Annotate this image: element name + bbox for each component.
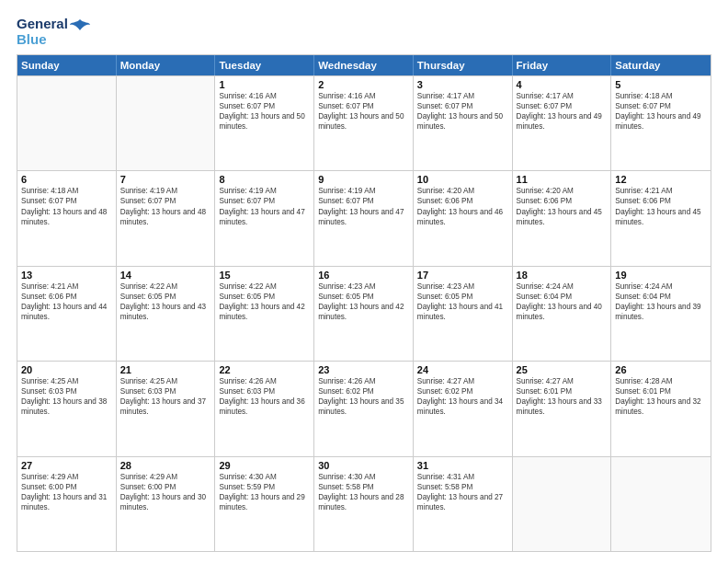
day-number: 1 <box>219 79 310 90</box>
header: GeneralBlue <box>17 17 711 47</box>
sunset-text: Sunset: 6:02 PM <box>417 386 508 396</box>
sunrise-text: Sunrise: 4:24 AM <box>517 282 608 292</box>
day-number: 15 <box>219 270 310 281</box>
sunset-text: Sunset: 6:00 PM <box>21 482 112 492</box>
day-number: 9 <box>318 174 409 185</box>
daylight-text: Daylight: 13 hours and 39 minutes. <box>615 302 707 322</box>
sunset-text: Sunset: 6:05 PM <box>120 292 211 302</box>
calendar-cell: 19Sunrise: 4:24 AMSunset: 6:04 PMDayligh… <box>611 267 711 361</box>
sunrise-text: Sunrise: 4:20 AM <box>517 186 608 196</box>
sunrise-text: Sunrise: 4:30 AM <box>219 472 310 482</box>
calendar-body: 1Sunrise: 4:16 AMSunset: 6:07 PMDaylight… <box>17 75 711 551</box>
sunrise-text: Sunrise: 4:19 AM <box>120 186 211 196</box>
daylight-text: Daylight: 13 hours and 30 minutes. <box>120 492 211 512</box>
daylight-text: Daylight: 13 hours and 38 minutes. <box>21 396 112 417</box>
sunrise-text: Sunrise: 4:26 AM <box>318 376 409 386</box>
daylight-text: Daylight: 13 hours and 48 minutes. <box>21 207 112 227</box>
day-number: 13 <box>21 270 112 281</box>
day-number: 21 <box>120 364 211 375</box>
daylight-text: Daylight: 13 hours and 31 minutes. <box>21 492 112 512</box>
day-number: 25 <box>517 364 608 375</box>
sunset-text: Sunset: 6:06 PM <box>21 292 112 302</box>
calendar-cell: 18Sunrise: 4:24 AMSunset: 6:04 PMDayligh… <box>513 267 612 361</box>
logo: GeneralBlue <box>17 17 90 47</box>
calendar-cell <box>513 457 612 551</box>
sunrise-text: Sunrise: 4:23 AM <box>318 282 409 292</box>
sunset-text: Sunset: 6:02 PM <box>318 386 409 396</box>
sunrise-text: Sunrise: 4:16 AM <box>219 91 310 101</box>
calendar-row: 6Sunrise: 4:18 AMSunset: 6:07 PMDaylight… <box>17 170 711 265</box>
logo-text: GeneralBlue <box>17 17 90 47</box>
daylight-text: Daylight: 13 hours and 43 minutes. <box>120 302 211 322</box>
sunrise-text: Sunrise: 4:31 AM <box>417 472 508 482</box>
calendar-cell: 23Sunrise: 4:26 AMSunset: 6:02 PMDayligh… <box>314 362 414 455</box>
sunrise-text: Sunrise: 4:27 AM <box>517 376 608 386</box>
day-number: 8 <box>219 174 310 185</box>
daylight-text: Daylight: 13 hours and 33 minutes. <box>517 396 608 417</box>
daylight-text: Daylight: 13 hours and 47 minutes. <box>318 207 409 227</box>
calendar: SundayMondayTuesdayWednesdayThursdayFrid… <box>17 54 711 552</box>
sunset-text: Sunset: 5:58 PM <box>417 482 508 492</box>
calendar-row: 13Sunrise: 4:21 AMSunset: 6:06 PMDayligh… <box>17 266 711 361</box>
calendar-cell: 11Sunrise: 4:20 AMSunset: 6:06 PMDayligh… <box>513 171 612 265</box>
weekday-header: Tuesday <box>215 55 314 75</box>
calendar-cell: 8Sunrise: 4:19 AMSunset: 6:07 PMDaylight… <box>215 171 314 265</box>
sunset-text: Sunset: 6:07 PM <box>219 101 310 111</box>
sunset-text: Sunset: 5:58 PM <box>318 482 409 492</box>
sunset-text: Sunset: 6:04 PM <box>615 292 707 302</box>
sunset-text: Sunset: 5:59 PM <box>219 482 310 492</box>
sunset-text: Sunset: 6:01 PM <box>615 386 707 396</box>
daylight-text: Daylight: 13 hours and 32 minutes. <box>615 396 707 417</box>
sunrise-text: Sunrise: 4:20 AM <box>417 186 508 196</box>
calendar-cell: 5Sunrise: 4:18 AMSunset: 6:07 PMDaylight… <box>611 76 711 170</box>
sunset-text: Sunset: 6:07 PM <box>615 101 707 111</box>
sunrise-text: Sunrise: 4:18 AM <box>21 186 112 196</box>
sunrise-text: Sunrise: 4:17 AM <box>517 91 608 101</box>
day-number: 23 <box>318 364 409 375</box>
day-number: 5 <box>615 79 707 90</box>
sunset-text: Sunset: 6:06 PM <box>517 196 608 206</box>
sunrise-text: Sunrise: 4:19 AM <box>318 186 409 196</box>
sunrise-text: Sunrise: 4:29 AM <box>120 472 211 482</box>
day-number: 7 <box>120 174 211 185</box>
calendar-cell: 21Sunrise: 4:25 AMSunset: 6:03 PMDayligh… <box>117 362 216 455</box>
daylight-text: Daylight: 13 hours and 29 minutes. <box>219 492 310 512</box>
day-number: 3 <box>417 79 508 90</box>
daylight-text: Daylight: 13 hours and 47 minutes. <box>219 207 310 227</box>
weekday-header: Monday <box>117 55 216 75</box>
calendar-cell: 31Sunrise: 4:31 AMSunset: 5:58 PMDayligh… <box>414 457 513 551</box>
calendar-cell: 14Sunrise: 4:22 AMSunset: 6:05 PMDayligh… <box>117 267 216 361</box>
weekday-header: Saturday <box>611 55 711 75</box>
calendar-cell: 2Sunrise: 4:16 AMSunset: 6:07 PMDaylight… <box>314 76 414 170</box>
calendar-cell: 25Sunrise: 4:27 AMSunset: 6:01 PMDayligh… <box>513 362 612 455</box>
calendar-row: 1Sunrise: 4:16 AMSunset: 6:07 PMDaylight… <box>17 75 711 170</box>
day-number: 18 <box>517 270 608 281</box>
logo-bird-icon <box>70 19 90 30</box>
calendar-header: SundayMondayTuesdayWednesdayThursdayFrid… <box>17 55 711 75</box>
daylight-text: Daylight: 13 hours and 50 minutes. <box>219 111 310 132</box>
daylight-text: Daylight: 13 hours and 35 minutes. <box>318 396 409 417</box>
calendar-cell <box>17 76 117 170</box>
day-number: 19 <box>615 270 707 281</box>
daylight-text: Daylight: 13 hours and 41 minutes. <box>417 302 508 322</box>
sunset-text: Sunset: 6:05 PM <box>417 292 508 302</box>
sunset-text: Sunset: 6:05 PM <box>219 292 310 302</box>
sunset-text: Sunset: 6:07 PM <box>318 101 409 111</box>
calendar-cell <box>117 76 216 170</box>
calendar-cell: 16Sunrise: 4:23 AMSunset: 6:05 PMDayligh… <box>314 267 414 361</box>
sunset-text: Sunset: 6:07 PM <box>219 196 310 206</box>
calendar-cell: 28Sunrise: 4:29 AMSunset: 6:00 PMDayligh… <box>117 457 216 551</box>
sunset-text: Sunset: 6:06 PM <box>615 196 707 206</box>
weekday-header: Wednesday <box>314 55 414 75</box>
daylight-text: Daylight: 13 hours and 37 minutes. <box>120 396 211 417</box>
sunset-text: Sunset: 6:07 PM <box>21 196 112 206</box>
daylight-text: Daylight: 13 hours and 40 minutes. <box>517 302 608 322</box>
page: GeneralBlue SundayMondayTuesdayWednesday… <box>0 0 728 563</box>
daylight-text: Daylight: 13 hours and 42 minutes. <box>318 302 409 322</box>
sunrise-text: Sunrise: 4:24 AM <box>615 282 707 292</box>
sunrise-text: Sunrise: 4:22 AM <box>120 282 211 292</box>
sunset-text: Sunset: 6:03 PM <box>21 386 112 396</box>
sunrise-text: Sunrise: 4:22 AM <box>219 282 310 292</box>
sunrise-text: Sunrise: 4:25 AM <box>120 376 211 386</box>
daylight-text: Daylight: 13 hours and 49 minutes. <box>517 111 608 132</box>
